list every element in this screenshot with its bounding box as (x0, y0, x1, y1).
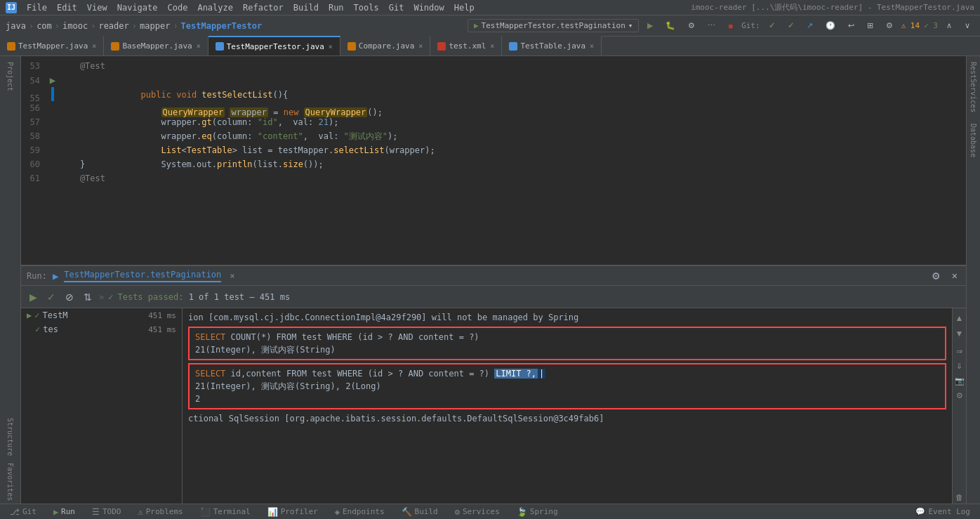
stop-button[interactable]: ■ (724, 20, 737, 32)
run-tree-item-time-testm: 451 ms (148, 311, 176, 320)
project-icon[interactable]: Project (4, 59, 17, 94)
run-scroll-down[interactable]: ▼ (953, 327, 966, 341)
menu-refactor[interactable]: Refactor (239, 1, 288, 14)
database-label[interactable]: Database (968, 118, 979, 163)
run-tab-label[interactable]: TestMapperTestor.testPagination (64, 270, 221, 282)
tab-compare[interactable]: Compare.java × (340, 36, 431, 55)
status-profiler[interactable]: 📊 Profiler (263, 507, 322, 517)
run-tree-item-testm[interactable]: ▶ ✓ TestM 451 ms (21, 308, 182, 322)
run-sort-button[interactable]: ⇅ (81, 289, 95, 305)
git-checkmark2[interactable]: ✓ (783, 20, 798, 32)
status-bar: ⎇ Git ▶ Run ☰ TODO ⚠ Problems ⬛ Terminal… (0, 504, 980, 519)
breadcrumb-mapper[interactable]: mapper (140, 21, 170, 31)
run-tree-item-tes[interactable]: ✓ tes 451 ms (21, 322, 182, 336)
tab-basemapper[interactable]: BaseMapper.java × (104, 36, 208, 55)
run-action-4[interactable]: ⚙ (953, 389, 966, 402)
rest-services-label[interactable]: RestServices (968, 56, 979, 118)
run-tab-close[interactable]: × (230, 271, 234, 281)
tab-testxml[interactable]: test.xml × (430, 36, 502, 55)
menu-file[interactable]: File (22, 1, 51, 14)
favorites-icon[interactable]: Favorites (4, 460, 17, 504)
menu-tools[interactable]: Tools (350, 1, 383, 14)
code-line-53: 53 @Test (21, 59, 966, 73)
structure-icon[interactable]: Structure (4, 415, 17, 459)
tab-label-testtable: TestTable.java (520, 41, 585, 51)
tab-close-testmapper[interactable]: × (92, 42, 96, 50)
tab-close-compare[interactable]: × (418, 42, 423, 50)
nav-down[interactable]: ∨ (960, 20, 974, 32)
run-action-3[interactable]: 📷 (952, 374, 967, 388)
sql-box1-line2: 21(Integer), 测试内容(String) (195, 343, 939, 356)
nav-up[interactable]: ∧ (942, 20, 956, 32)
menu-view[interactable]: View (83, 1, 112, 14)
run-tree-sub-check-icon: ✓ (35, 324, 40, 334)
run-config-selector[interactable]: ▶ TestMapperTestor.testPagination ▾ (468, 19, 640, 32)
status-build[interactable]: 🔨 Build (397, 507, 442, 517)
breadcrumb-imooc[interactable]: imooc (62, 21, 88, 31)
menu-build[interactable]: Build (289, 1, 323, 14)
menu-edit[interactable]: Edit (53, 1, 81, 14)
tab-close-testtable[interactable]: × (590, 42, 594, 50)
tab-close-testmappertestor[interactable]: × (329, 43, 333, 51)
git-history[interactable]: 🕐 (821, 20, 840, 32)
run-button[interactable]: ▶ (643, 20, 657, 32)
breadcrumb-java[interactable]: java (6, 21, 26, 31)
tab-testmapper[interactable]: TestMapper.java × (0, 36, 104, 55)
toolbar-right: ▶ TestMapperTestor.testPagination ▾ ▶ 🐛 … (468, 19, 974, 32)
status-git[interactable]: ⎇ Git (6, 507, 41, 517)
git-push[interactable]: ↗ (802, 20, 817, 32)
debug-button[interactable]: 🐛 (661, 20, 680, 32)
run-stop-button[interactable]: ⊘ (62, 289, 77, 305)
tab-close-basemapper[interactable]: × (197, 42, 201, 50)
terminal-status-icon: ⬛ (200, 507, 211, 517)
run-check-button[interactable]: ✓ (44, 289, 58, 305)
run-action-1[interactable]: ⇒ (953, 345, 965, 358)
status-spring[interactable]: 🍃 Spring (512, 507, 562, 517)
tab-testtable[interactable]: TestTable.java × (502, 36, 602, 55)
tab-close-testxml[interactable]: × (490, 42, 494, 50)
run-panel-settings[interactable]: ⚙ (929, 268, 943, 284)
tabs-bar: TestMapper.java × BaseMapper.java × Test… (0, 37, 980, 56)
check-count[interactable]: ✓ 3 (924, 21, 938, 30)
settings-button[interactable]: ⚙ (882, 20, 897, 32)
code-line-60: 60 } (21, 157, 966, 171)
menu-window[interactable]: Window (409, 1, 448, 14)
status-problems[interactable]: ⚠ Problems (133, 507, 187, 517)
menu-run[interactable]: Run (324, 1, 348, 14)
git-rollback[interactable]: ↩ (844, 20, 859, 32)
status-services[interactable]: ⚙ Services (451, 507, 504, 517)
warning-count[interactable]: ⚠ 14 (901, 21, 920, 30)
menu-navigate[interactable]: Navigate (113, 1, 162, 14)
status-build-label: Build (415, 507, 438, 516)
problems-status-icon: ⚠ (138, 507, 143, 517)
run-scroll-up[interactable]: ▲ (953, 311, 966, 325)
code-line-59: 59 System.out.println(list.size()); (21, 143, 966, 157)
status-event-log[interactable]: 💬 Event Log (911, 507, 974, 516)
tab-testmappertestor[interactable]: TestMapperTestor.java × (208, 36, 340, 55)
code-editor[interactable]: 53 @Test 54 ▶ public void testSelectList… (21, 56, 966, 265)
more-run-button[interactable]: ⋯ (703, 20, 720, 32)
menu-git[interactable]: Git (385, 1, 409, 14)
layout-button[interactable]: ⊞ (863, 20, 878, 32)
menu-analyze[interactable]: Analyze (193, 1, 237, 14)
status-endpoints[interactable]: ◈ Endpoints (331, 507, 389, 517)
breadcrumb-class[interactable]: TestMapperTestor (181, 21, 263, 31)
breadcrumb-reader[interactable]: reader (98, 21, 128, 31)
menu-code[interactable]: Code (164, 1, 192, 14)
run-tree-item-time-tes: 451 ms (148, 325, 176, 334)
status-run[interactable]: ▶ Run (49, 507, 79, 517)
run-output[interactable]: ion [com.mysql.cj.jdbc.ConnectionImpl@4a… (183, 308, 952, 504)
run-action-2[interactable]: ⇓ (953, 360, 965, 373)
run-play-button[interactable]: ▶ (27, 289, 40, 305)
status-terminal[interactable]: ⬛ Terminal (196, 507, 255, 517)
run-action-5[interactable]: 🗑 (953, 491, 966, 504)
run-panel-close[interactable]: × (949, 268, 960, 284)
status-todo[interactable]: ☰ TODO (88, 507, 126, 517)
menu-help[interactable]: Help (450, 1, 479, 14)
code-line-54: 54 ▶ public void testSelectList(){ (21, 73, 966, 87)
run-config-dropdown-icon[interactable]: ▾ (628, 21, 633, 30)
git-checkmark[interactable]: ✓ (764, 20, 779, 32)
breadcrumb-com[interactable]: com (37, 21, 52, 31)
run-gutter-icon[interactable]: ▶ (50, 73, 55, 87)
coverage-button[interactable]: ⚙ (684, 20, 699, 32)
